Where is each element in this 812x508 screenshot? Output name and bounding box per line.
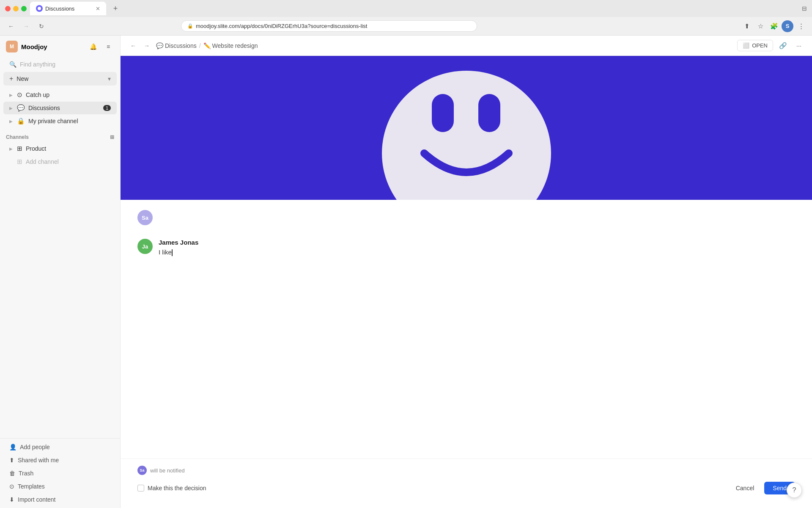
sidebar-item-product-label: Product [26, 145, 46, 152]
discussions-icon: 💬 [17, 104, 25, 112]
sidebar-item-add-channel-label: Add channel [26, 158, 59, 165]
previous-comment-avatar-area: Sa [137, 210, 795, 225]
sidebar-item-product[interactable]: ▶ ⊞ Product [3, 142, 117, 155]
expand-arrow-icon: ▶ [9, 146, 13, 151]
window-controls [5, 6, 27, 11]
sidebar-item-templates[interactable]: ⊙ Templates [3, 480, 117, 493]
avatar-james-jonas: Ja [137, 239, 153, 254]
topbar-nav: ← → [127, 40, 153, 52]
open-icon: ⬜ [743, 42, 749, 49]
minimize-window-button[interactable] [13, 6, 19, 11]
message-text-james: I like [159, 248, 795, 257]
forward-button[interactable]: → [20, 20, 32, 32]
close-window-button[interactable] [5, 6, 11, 11]
avatar-sa-notified: Sa [137, 466, 147, 475]
browser-titlebar: Discussions ✕ + ⊟ [0, 0, 812, 17]
sidebar-item-trash-label: Trash [19, 470, 33, 477]
reply-area: Sa will be notified Make this the decisi… [121, 458, 812, 501]
breadcrumb-current-label: Website redesign [212, 42, 258, 49]
search-placeholder: Find anything [20, 61, 55, 68]
comment-james-jonas: Ja James Jonas I like [137, 234, 795, 262]
new-tab-button[interactable]: + [110, 3, 121, 14]
breadcrumb-separator: / [199, 42, 201, 49]
profile-icon[interactable]: S [782, 20, 793, 32]
share-icon[interactable]: ⬆ [741, 20, 753, 32]
templates-icon: ⊙ [9, 483, 14, 490]
topbar: ← → 💬 Discussions / ✏️ Website redesign … [121, 36, 812, 56]
url-bar[interactable]: 🔒 moodjoy.slite.com/app/docs/0niDiRZGErh… [181, 20, 477, 32]
content-scroll[interactable]: Sa Ja James Jonas I like [121, 56, 812, 508]
sidebar-item-add-people-label: Add people [20, 444, 50, 450]
sidebar-header: M Moodjoy 🔔 ≡ [0, 36, 120, 58]
browser-toolbar-actions: ⬆ ☆ 🧩 S ⋮ [741, 20, 807, 32]
add-channel-icon: ⊞ [17, 158, 22, 166]
import-icon: ⬇ [9, 496, 14, 503]
svg-rect-3 [478, 94, 500, 132]
sidebar-item-add-channel[interactable]: ▶ ⊞ Add channel [3, 155, 117, 168]
topbar-forward-button[interactable]: → [141, 40, 153, 52]
sidebar-item-discussions[interactable]: ▶ 💬 Discussions 1 [3, 102, 117, 114]
ssl-lock-icon: 🔒 [187, 23, 193, 29]
browser-tab-active[interactable]: Discussions ✕ [30, 2, 106, 15]
sidebar-item-shared-with-me[interactable]: ⬆ Shared with me [3, 454, 117, 467]
reply-notified: Sa will be notified [137, 466, 795, 475]
product-icon: ⊞ [17, 145, 22, 152]
collapse-sidebar-icon[interactable]: ≡ [102, 41, 114, 52]
avatar-sa-previous: Sa [137, 210, 153, 225]
sidebar: M Moodjoy 🔔 ≡ 🔍 Find anything + New ▾ ▶ … [0, 36, 121, 508]
workspace-name[interactable]: M Moodjoy [6, 41, 47, 52]
decision-checkbox-label: Make this the decision [148, 485, 206, 491]
sidebar-header-icons: 🔔 ≡ [87, 41, 114, 52]
add-people-icon: 👤 [9, 444, 16, 450]
bookmark-icon[interactable]: ☆ [754, 20, 766, 32]
app-container: M Moodjoy 🔔 ≡ 🔍 Find anything + New ▾ ▶ … [0, 36, 812, 508]
edit-breadcrumb-icon: ✏️ [203, 42, 211, 49]
extensions-icon[interactable]: 🧩 [768, 20, 780, 32]
sidebar-item-add-people[interactable]: 👤 Add people [3, 441, 117, 453]
new-button-label: New [16, 75, 28, 82]
sidebar-item-private-channel[interactable]: ▶ 🔒 My private channel [3, 115, 117, 127]
sidebar-toggle-icon[interactable]: ⊟ [802, 5, 807, 12]
open-button[interactable]: ⬜ OPEN [737, 40, 773, 51]
new-icon: + [9, 75, 13, 83]
sidebar-item-import-label: Import content [18, 496, 56, 503]
reload-button[interactable]: ↻ [36, 20, 47, 32]
workspace-label: Moodjoy [21, 43, 47, 50]
decision-checkbox-input[interactable] [137, 485, 144, 491]
more-actions-icon[interactable]: ··· [793, 39, 805, 52]
search-icon: 🔍 [9, 61, 16, 68]
back-button[interactable]: ← [5, 20, 17, 32]
sidebar-nav: ▶ ⊙ Catch up ▶ 💬 Discussions 1 ▶ 🔒 My pr… [0, 86, 120, 438]
reply-actions: Make this the decision Cancel Send [137, 482, 795, 494]
comment-block: Sa Ja James Jonas I like [121, 200, 812, 273]
sidebar-item-trash[interactable]: 🗑 Trash [3, 467, 117, 480]
shared-icon: ⬆ [9, 457, 14, 464]
notifications-icon[interactable]: 🔔 [87, 41, 99, 52]
sidebar-item-shared-label: Shared with me [18, 457, 59, 464]
smiley-svg [378, 56, 555, 200]
tab-close-icon[interactable]: ✕ [96, 6, 100, 12]
discussions-badge: 1 [103, 105, 111, 111]
text-cursor [172, 249, 173, 256]
breadcrumb-discussions[interactable]: 💬 Discussions [156, 42, 197, 49]
sidebar-item-catchup[interactable]: ▶ ⊙ Catch up [3, 88, 117, 101]
cancel-button[interactable]: Cancel [729, 482, 761, 494]
topbar-back-button[interactable]: ← [127, 40, 139, 52]
tab-favicon [36, 5, 43, 12]
new-button[interactable]: + New ▾ [3, 72, 117, 86]
message-author-james: James Jonas [159, 239, 795, 246]
sidebar-item-private-label: My private channel [28, 118, 78, 124]
url-text: moodjoy.slite.com/app/docs/0niDiRZGErhU3… [196, 23, 367, 29]
sidebar-item-templates-label: Templates [18, 483, 45, 490]
discussion-area: Sa Ja James Jonas I like [121, 56, 812, 458]
breadcrumb-current[interactable]: ✏️ Website redesign [203, 42, 258, 49]
sidebar-item-import[interactable]: ⬇ Import content [3, 493, 117, 506]
search-bar[interactable]: 🔍 Find anything [3, 58, 117, 70]
maximize-window-button[interactable] [21, 6, 27, 11]
help-button[interactable]: ? [787, 483, 802, 498]
channels-add-icon[interactable]: ⊞ [110, 134, 114, 140]
menu-icon[interactable]: ⋮ [795, 20, 807, 32]
decision-checkbox[interactable]: Make this the decision [137, 485, 206, 491]
notified-text: will be notified [150, 467, 185, 474]
copy-link-icon[interactable]: 🔗 [776, 39, 789, 52]
